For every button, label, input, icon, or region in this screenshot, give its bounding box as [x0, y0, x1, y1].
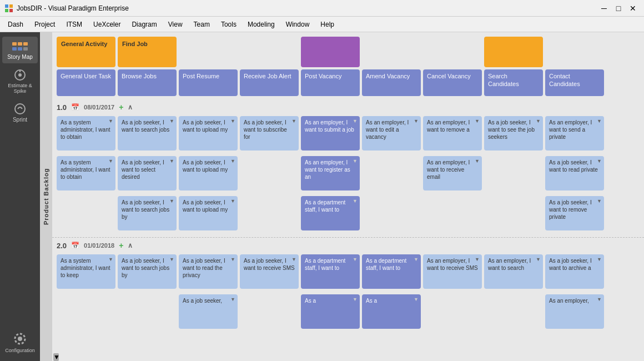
sprint-1-header: 1.0 📅 08/01/2017 + ∧ — [52, 99, 644, 115]
epic-find-job[interactable]: Find Job — [118, 37, 177, 67]
main-layout: Story Map Estimate & Spike Sprint — [0, 32, 644, 361]
menu-dash[interactable]: Dash — [2, 18, 29, 31]
sprint-1-collapse[interactable]: ∧ — [128, 103, 133, 111]
theme-contact-candidates[interactable]: Contact Candidates — [545, 69, 604, 96]
menu-tools[interactable]: Tools — [215, 18, 242, 31]
sprint1-r2-c3[interactable]: ▼ As a job seeker, I want to upload my — [179, 156, 238, 190]
sprint-2-collapse[interactable]: ∧ — [128, 242, 133, 249]
board-scroll[interactable]: General Activity Find Job General User T… — [52, 32, 644, 361]
theme-general-user-task[interactable]: General User Task — [57, 69, 115, 96]
sprint1-r3-c5[interactable]: ▼ As a department staff, I want to — [301, 196, 360, 230]
theme-browse-jobs[interactable]: Browse Jobs — [118, 69, 177, 96]
sprint1-r3-c9[interactable]: ▼ As a job seeker, I want to remove priv… — [545, 196, 604, 230]
svg-rect-0 — [5, 4, 8, 8]
sprint2-r1-c7[interactable]: ▼ As an employer, I want to receive SMS — [423, 254, 482, 289]
menu-diagram[interactable]: Diagram — [126, 18, 162, 31]
minimize-button[interactable]: ─ — [597, 3, 611, 14]
theme-post-vacancy[interactable]: Post Vacancy — [301, 69, 360, 96]
sidebar-item-estimate-spike[interactable]: Estimate & Spike — [2, 66, 38, 97]
epic-manage-vacancy[interactable] — [301, 37, 360, 67]
card-text: As an employer, I want to register as an — [305, 159, 350, 180]
sidebar-item-sprint[interactable]: Sprint — [2, 99, 38, 126]
sprint2-r1-c2[interactable]: ▼ As a job seeker, I want to search jobs… — [118, 254, 177, 289]
sprint1-r2-c7[interactable]: ▼ As an employer, I want to receive emai… — [423, 156, 482, 190]
theme-post-resume[interactable]: Post Resume — [179, 69, 238, 96]
window-controls: ─ □ ✕ — [597, 3, 640, 14]
sprint2-r1-c9[interactable]: ▼ As a job seeker, I want to archive a — [545, 254, 604, 289]
arrow-icon: ▼ — [597, 297, 602, 303]
sprint2-r2-c9[interactable]: ▼ As an employer, — [545, 294, 604, 329]
menu-help[interactable]: Help — [315, 18, 340, 31]
sprint1-r1-c1[interactable]: ▼ As a system administrator, I want to o… — [57, 116, 115, 151]
configuration-label: Configuration — [5, 348, 35, 353]
sprint-1-date: 08/01/2017 — [84, 104, 114, 111]
sidebar-item-configuration[interactable]: Configuration — [2, 328, 38, 357]
sprint1-r1-c3[interactable]: ▼ As a job seeker, I want to upload my — [179, 116, 238, 151]
sprint1-r1-c2[interactable]: ▼ As a job seeker, I want to search jobs — [118, 116, 177, 151]
card-text: As a job seeker, I want to see the job s… — [488, 119, 535, 140]
sprint1-r3-c8 — [484, 196, 543, 230]
sprint1-r1-c5[interactable]: ▼ As an employer, I want to submit a job — [301, 116, 360, 151]
arrow-icon: ▼ — [353, 198, 358, 205]
sprint2-r2-c6[interactable]: ▼ As a — [362, 294, 421, 329]
close-button[interactable]: ✕ — [626, 3, 640, 14]
menu-team[interactable]: Team — [188, 18, 215, 31]
sprint1-r1-c7[interactable]: ▼ As an employer, I want to remove a — [423, 116, 482, 151]
arrow-icon: ▼ — [169, 198, 174, 205]
theme-receive-job-alert[interactable]: Receive Job Alert — [240, 69, 299, 96]
sprint-1-add[interactable]: + — [119, 103, 123, 112]
epics-row: General Activity Find Job — [52, 32, 644, 68]
epic-general-activity[interactable]: General Activity — [57, 37, 115, 67]
sprint1-r1-c6[interactable]: ▼ As an employer, I want to edit a vacan… — [362, 116, 421, 151]
sprint1-r2-c2[interactable]: ▼ As a job seeker, I want to select desi… — [118, 156, 177, 190]
sprint2-r1-c4[interactable]: ▼ As a job seeker, I want to receive SMS — [240, 254, 299, 289]
sprint2-r1-c8[interactable]: ▼ As an employer, I want to search — [484, 254, 543, 289]
theme-empty — [606, 69, 644, 96]
menu-modeling[interactable]: Modeling — [242, 18, 280, 31]
arrow-icon: ▼ — [230, 198, 235, 205]
menu-window[interactable]: Window — [280, 18, 315, 31]
sprint2-r1-c5[interactable]: ▼ As a department staff, I want to — [301, 254, 360, 289]
sprint2-r2-c3[interactable]: ▼ As a job seeker, — [179, 294, 238, 329]
arrow-icon: ▼ — [536, 118, 541, 125]
card-text: As a job seeker, I want to select desire… — [122, 159, 164, 180]
epic-recruit-candidate[interactable] — [484, 37, 543, 67]
sprint2-r1-c1[interactable]: ▼ As a system administrator, I want to k… — [57, 254, 115, 289]
sprint-1-row-1: ▼ As a system administrator, I want to o… — [52, 115, 644, 155]
app-icon — [4, 4, 13, 13]
theme-amend-vacancy[interactable]: Amend Vacancy — [362, 69, 421, 96]
sprint1-r3-c3[interactable]: ▼ As a job seeker, I want to upload my — [179, 196, 238, 230]
sprint2-r1-c3[interactable]: ▼ As a job seeker, I want to read the pr… — [179, 254, 238, 289]
sidebar-item-story-map[interactable]: Story Map — [2, 37, 38, 63]
sprint1-r3-c10 — [606, 196, 644, 230]
scroll-down-btn[interactable]: ▼ — [53, 353, 59, 361]
menu-view[interactable]: View — [163, 18, 188, 31]
sprint1-r2-c9[interactable]: ▼ As a job seeker, I want to read privat… — [545, 156, 604, 190]
theme-cancel-vacancy[interactable]: Cancel Vacancy — [423, 69, 482, 96]
sprint1-r2-c5[interactable]: ▼ As an employer, I want to register as … — [301, 156, 360, 190]
arrow-icon: ▼ — [291, 257, 296, 263]
sprint1-r3-c2[interactable]: ▼ As a job seeker, I want to search jobs… — [118, 196, 177, 230]
maximize-button[interactable]: □ — [612, 3, 625, 14]
theme-search-candidates[interactable]: Search Candidates — [484, 69, 543, 96]
sprint-2-header: 2.0 📅 01/01/2018 + ∧ — [52, 237, 644, 253]
sprint1-r1-c9[interactable]: ▼ As an employer, I want to send a priva… — [545, 116, 604, 151]
arrow-icon: ▼ — [353, 257, 358, 263]
arrow-icon: ▼ — [475, 257, 480, 263]
epic-empty5 — [545, 37, 604, 67]
card-text: As a system administrator, I want to obt… — [61, 159, 110, 180]
epic-empty4 — [423, 37, 482, 67]
menu-uexceler[interactable]: UeXceler — [88, 18, 126, 31]
card-text: As an employer, — [549, 298, 589, 304]
sprint2-r2-c5[interactable]: ▼ As a — [301, 294, 360, 329]
arrow-icon: ▼ — [597, 158, 602, 165]
menu-itsm[interactable]: ITSM — [61, 18, 88, 31]
menu-project[interactable]: Project — [29, 18, 61, 31]
sprint-2-add[interactable]: + — [119, 241, 123, 250]
sprint2-r1-c6[interactable]: ▼ As a department staff, I want to — [362, 254, 421, 289]
sprint1-r1-c4[interactable]: ▼ As a job seeker, I want to subscribe f… — [240, 116, 299, 151]
sprint1-r1-c8[interactable]: ▼ As a job seeker, I want to see the job… — [484, 116, 543, 151]
sidebar: Story Map Estimate & Spike Sprint — [0, 32, 40, 361]
sprint1-r2-c1[interactable]: ▼ As a system administrator, I want to o… — [57, 156, 115, 190]
card-text: As an employer, I want to remove a — [427, 119, 470, 133]
